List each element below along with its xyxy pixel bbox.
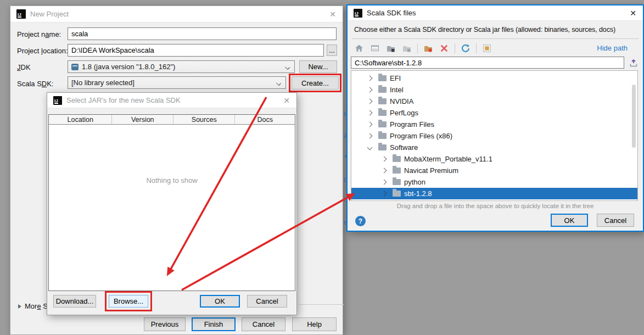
jdk-combobox[interactable]: 1.8 (java version "1.8.0_162") — [68, 60, 295, 73]
scala-sdk-create-button[interactable]: Create... — [292, 76, 339, 90]
file-chooser-toolbar — [353, 42, 497, 55]
chevron-right-icon[interactable] — [382, 180, 387, 185]
help-button[interactable]: Help — [292, 317, 337, 331]
scala-sdk-files-dialog: IJ Scala SDK files ✕ Choose either a Sca… — [346, 4, 644, 232]
tree-item-sbt-1.2.8[interactable]: sbt-1.2.8 — [351, 188, 637, 199]
tree-item-label: Intel — [390, 86, 404, 94]
column-header-version[interactable]: Version — [112, 115, 173, 124]
tree-item-navicat-premium[interactable]: Navicat Premium — [351, 165, 637, 176]
jar-table-header: LocationVersionSourcesDocs — [49, 115, 295, 125]
delete-icon[interactable] — [438, 42, 450, 54]
tree-item-label: Software — [390, 143, 418, 152]
project-name-input[interactable] — [68, 27, 337, 40]
project-location-label: Project location: — [17, 47, 68, 55]
sj-ok-button[interactable]: OK — [200, 295, 240, 308]
chevron-right-icon[interactable] — [367, 76, 373, 81]
tree-item-label: NVIDIA — [390, 97, 413, 105]
column-header-docs[interactable]: Docs — [235, 115, 295, 124]
project-directory-icon[interactable] — [401, 42, 413, 54]
background-text-fragment: t — [344, 176, 346, 184]
location-browse-button[interactable]: ... — [327, 44, 337, 56]
tree-item-nvidia[interactable]: NVIDIA — [351, 96, 637, 107]
tree-item-label: MobaXterm_Portable_v11.1 — [404, 155, 492, 163]
sdk-files-titlebar[interactable]: IJ Scala SDK files ✕ — [348, 5, 643, 21]
intellij-logo-icon: IJ — [53, 96, 62, 105]
finish-button[interactable]: Finish — [192, 317, 236, 331]
empty-table-message: Nothing to show — [49, 176, 295, 185]
folder-icon — [378, 144, 387, 150]
jdk-new-button[interactable]: New... — [299, 60, 337, 73]
tree-item-python[interactable]: python — [351, 176, 637, 188]
folder-icon — [393, 168, 401, 174]
previous-button[interactable]: Previous — [144, 317, 186, 331]
chevron-right-icon[interactable] — [367, 133, 373, 139]
chevron-right-icon[interactable] — [367, 87, 373, 93]
tree-item-program-files[interactable]: Program Files — [351, 119, 637, 130]
file-tree: EFIIntelNVIDIAPerfLogsProgram FilesProgr… — [351, 70, 638, 201]
scala-sdk-label: Scala SDK: — [17, 80, 54, 88]
chevron-right-icon[interactable] — [367, 122, 373, 127]
folder-icon — [393, 156, 401, 162]
intellij-logo-icon: IJ — [16, 9, 26, 19]
folder-icon — [378, 121, 387, 127]
sdk-files-close-icon[interactable]: ✕ — [630, 9, 636, 17]
tree-item-efi[interactable]: EFI — [351, 72, 637, 84]
download-button[interactable]: Download... — [53, 295, 96, 308]
scala-sdk-combobox[interactable]: [No library selected] — [68, 76, 286, 89]
column-header-location[interactable]: Location — [49, 115, 112, 124]
tree-item-intel[interactable]: Intel — [351, 84, 637, 96]
path-input[interactable] — [351, 57, 624, 69]
folder-icon — [393, 179, 401, 185]
tree-item-label: Program Files — [390, 120, 434, 129]
np-cancel-button[interactable]: Cancel — [242, 317, 285, 331]
chevron-right-icon[interactable] — [382, 157, 387, 162]
chevron-right-icon[interactable] — [367, 99, 373, 104]
tree-item-label: Program Files (x86) — [390, 132, 452, 140]
folder-icon — [378, 98, 387, 104]
column-header-sources[interactable]: Sources — [173, 115, 236, 124]
new-folder-icon[interactable] — [422, 42, 434, 54]
home-icon[interactable] — [353, 42, 365, 54]
project-location-input[interactable] — [68, 44, 324, 57]
sf-cancel-button[interactable]: Cancel — [597, 214, 634, 227]
tree-item-label: Navicat Premium — [404, 166, 458, 175]
refresh-icon[interactable] — [460, 42, 472, 54]
help-icon[interactable]: ? — [355, 216, 366, 226]
chevron-right-icon[interactable] — [382, 191, 387, 197]
module-directory-icon[interactable] — [385, 42, 397, 54]
sf-ok-button[interactable]: OK — [551, 214, 588, 227]
more-settings-expander[interactable]: More S — [18, 302, 48, 310]
new-project-close-icon[interactable]: ✕ — [329, 10, 336, 18]
new-project-title: New Project — [30, 10, 69, 18]
desktop-icon[interactable] — [369, 42, 381, 54]
chevron-right-icon[interactable] — [382, 168, 387, 174]
project-name-label: Project name: — [17, 30, 61, 38]
toolbar-separator — [455, 43, 455, 53]
jdk-label: JDK — [17, 63, 31, 71]
scala-sdk-value: [No library selected] — [71, 79, 135, 87]
paste-path-icon[interactable] — [628, 57, 639, 69]
select-jars-close-icon[interactable]: ✕ — [283, 97, 290, 104]
folder-icon — [378, 110, 387, 116]
tree-item-label: sbt-1.2.8 — [404, 189, 432, 198]
hide-path-link[interactable]: Hide path — [597, 44, 628, 52]
sj-cancel-button[interactable]: Cancel — [247, 295, 287, 308]
jdk-value: 1.8 (java version "1.8.0_162") — [82, 63, 175, 71]
sdk-files-title: Scala SDK files — [367, 9, 416, 17]
new-project-titlebar[interactable]: IJ New Project ✕ — [10, 6, 343, 23]
np-separator-line — [299, 304, 344, 305]
tree-item-program-files-x86-[interactable]: Program Files (x86) — [351, 130, 637, 142]
show-hidden-files-icon[interactable] — [481, 42, 493, 54]
tree-scrollbar-thumb[interactable] — [632, 85, 636, 148]
tree-item-mobaxterm-portable-v11.1[interactable]: MobaXterm_Portable_v11.1 — [351, 153, 637, 165]
browse-button[interactable]: Browse... — [109, 295, 148, 308]
tree-item-label: EFI — [390, 74, 401, 82]
select-jars-dialog: IJ Select JAR's for the new Scala SDK ✕ … — [47, 92, 297, 315]
chevron-right-icon[interactable] — [367, 110, 373, 116]
select-jars-titlebar[interactable]: IJ Select JAR's for the new Scala SDK ✕ — [47, 93, 296, 108]
tree-item-perflogs[interactable]: PerfLogs — [351, 107, 637, 119]
tree-item-clipped[interactable] — [351, 199, 637, 201]
select-jars-title: Select JAR's for the new Scala SDK — [66, 96, 181, 104]
chevron-down-icon[interactable] — [367, 145, 373, 150]
tree-item-software[interactable]: Software — [351, 142, 637, 153]
